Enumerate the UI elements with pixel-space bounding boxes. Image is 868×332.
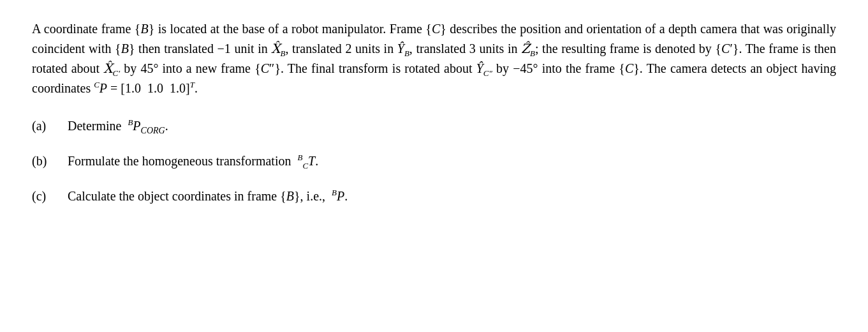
item-a: (a) Determine BPCORG. xyxy=(32,116,836,136)
item-c: (c) Calculate the object coordinates in … xyxy=(32,186,836,206)
item-c-content: Calculate the object coordinates in fram… xyxy=(68,186,348,206)
item-c-label: (c) xyxy=(32,186,57,206)
intro-paragraph: A coordinate frame {B} is located at the… xyxy=(32,19,836,98)
item-a-content: Determine BPCORG. xyxy=(68,116,168,136)
item-b-label: (b) xyxy=(32,151,57,171)
item-b-content: Formulate the homogeneous transformation… xyxy=(68,151,318,171)
item-b: (b) Formulate the homogeneous transforma… xyxy=(32,151,836,171)
main-content: A coordinate frame {B} is located at the… xyxy=(32,19,836,206)
item-a-label: (a) xyxy=(32,116,57,136)
